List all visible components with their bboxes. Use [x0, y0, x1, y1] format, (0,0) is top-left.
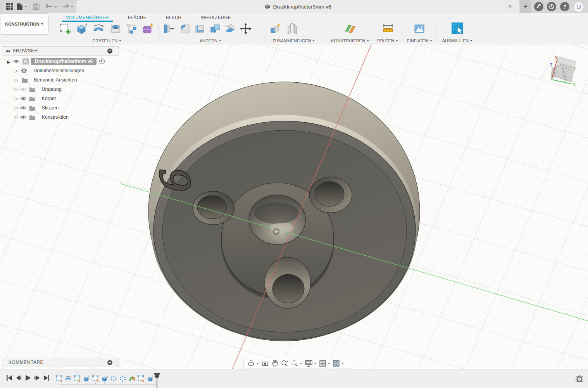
extrude-button[interactable] [75, 22, 88, 36]
panel-grip[interactable] [115, 49, 116, 53]
job-status-button[interactable] [547, 2, 556, 11]
visibility-eye-icon[interactable] [20, 106, 26, 110]
timeline-feature-circular-pattern[interactable] [110, 375, 117, 382]
step-forward-button[interactable] [33, 374, 41, 382]
look-at-button[interactable] [261, 360, 269, 367]
go-to-end-button[interactable] [43, 374, 50, 382]
visibility-eye-icon[interactable] [13, 59, 19, 64]
comments-panel-header[interactable]: KOMMENTARE [2, 358, 119, 367]
measure-button[interactable] [381, 22, 395, 36]
browser-row-ursprung[interactable]: ▷ Ursprung [15, 85, 64, 94]
group-label-pruefen[interactable]: PRüFEN [374, 38, 401, 43]
browser-item-label[interactable]: Benannte Ansichten [31, 76, 79, 83]
timeline-feature-fillet[interactable] [129, 375, 135, 382]
fillet-button[interactable] [178, 22, 191, 36]
tab-flaeche[interactable]: FLÄCHE [124, 14, 150, 21]
group-label-zusammenfuegen[interactable]: ZUSAMMENFüGEN [266, 38, 322, 43]
form-button[interactable] [141, 22, 154, 36]
new-tab-button[interactable]: + [520, 0, 531, 13]
collapse-panel-icon[interactable]: ◀◀ [5, 49, 9, 53]
group-label-einfuegen[interactable]: EINFüGEN [403, 38, 436, 43]
move-copy-button[interactable] [239, 22, 252, 36]
panel-add-icon[interactable] [107, 360, 112, 365]
orbit-button[interactable] [247, 359, 259, 367]
timeline-feature-extrude[interactable] [83, 375, 90, 382]
view-cube[interactable]: RECHTS UNTEN X Z Y [550, 56, 577, 87]
fit-button[interactable] [291, 360, 302, 367]
expand-arrow-icon[interactable]: ◣ [7, 59, 11, 64]
joint-button[interactable] [286, 22, 299, 36]
viewport-3d[interactable]: 9 RECHTS UNTEN X Z Y [0, 45, 588, 369]
combine-button[interactable] [209, 22, 222, 36]
timeline-feature-sketch[interactable] [56, 375, 62, 382]
display-settings-button[interactable] [305, 360, 317, 367]
revolve-button[interactable] [92, 22, 105, 36]
visibility-off-eye-icon[interactable] [20, 87, 26, 92]
browser-row-benannte-ansichten[interactable]: ▷ Benannte Ansichten [15, 76, 80, 84]
document-tab[interactable]: Druckknopfhalter9mm v6 × [76, 0, 519, 13]
timeline-feature-extrude[interactable] [101, 375, 108, 382]
insert-image-button[interactable] [413, 22, 426, 36]
group-label-aendern[interactable]: ÄNDERN [191, 38, 230, 43]
close-tab-button[interactable]: × [506, 0, 514, 13]
new-component-button[interactable] [269, 22, 282, 36]
shell-button[interactable] [193, 22, 206, 36]
collapse-arrow-icon[interactable]: ▷ [15, 68, 18, 73]
group-label-auswaehlen[interactable]: AUSWäHLEN [437, 38, 478, 43]
browser-row-koerper[interactable]: ▷ Körper [15, 94, 59, 103]
create-sketch-button[interactable] [59, 22, 72, 36]
app-launcher-button[interactable] [4, 0, 15, 13]
browser-item-label[interactable]: Dokumenteinstellungen [31, 67, 87, 74]
timeline-feature-circular-pattern[interactable] [119, 375, 126, 382]
timeline-feature-sketch[interactable] [92, 375, 99, 382]
select-button[interactable] [450, 22, 464, 36]
zoom-button[interactable]: ± [281, 360, 288, 367]
viewports-caret[interactable] [341, 363, 344, 364]
file-menu-button[interactable] [16, 0, 28, 13]
browser-row-skizzen[interactable]: ▷ Skizzen [15, 104, 61, 112]
browser-root-row[interactable]: ◣ Druckknopfhalter9mm v6 [7, 57, 105, 66]
panel-remove-icon[interactable] [107, 48, 112, 54]
play-button[interactable] [24, 374, 32, 382]
tab-volumenkoerper[interactable]: VOLUMENKÖRPER [62, 14, 113, 21]
grid-settings-caret[interactable] [328, 363, 330, 364]
browser-item-label[interactable]: Ursprung [39, 86, 64, 93]
orbit-caret[interactable] [257, 363, 259, 364]
browser-root-label[interactable]: Druckknopfhalter9mm v6 [31, 58, 96, 65]
redo-button[interactable] [60, 0, 74, 13]
collapse-arrow-icon[interactable]: ▷ [15, 115, 18, 120]
timeline-feature-sketch[interactable] [138, 375, 144, 382]
extensions-button[interactable] [534, 2, 543, 11]
fit-caret[interactable] [300, 363, 302, 364]
press-pull-button[interactable] [162, 22, 175, 36]
group-label-konstruieren[interactable]: KONSTRUIEREN [325, 38, 375, 43]
tab-blech[interactable]: BLECH [163, 14, 185, 21]
go-to-start-button[interactable] [5, 374, 13, 382]
group-label-erstellen[interactable]: ERSTELLEN [84, 38, 130, 43]
collapse-arrow-icon[interactable]: ▷ [15, 87, 18, 92]
model-druckknopfhalter[interactable]: 9 [148, 82, 420, 341]
pan-button[interactable] [271, 360, 278, 367]
visibility-eye-icon[interactable] [20, 96, 26, 101]
browser-panel-header[interactable]: ◀◀ BROWSER [2, 46, 119, 55]
browser-item-label[interactable]: Konstruktion [39, 114, 71, 121]
collapse-arrow-icon[interactable]: ▷ [15, 78, 18, 83]
collapse-arrow-icon[interactable]: ▷ [15, 96, 18, 101]
context-dropdown-konstruktion[interactable]: KONSTRUKTION [0, 13, 48, 35]
undo-button[interactable] [44, 0, 58, 13]
activate-component-radio[interactable] [99, 59, 105, 64]
preferences-gear-button[interactable] [575, 375, 583, 382]
step-back-button[interactable] [15, 374, 22, 382]
panel-grip[interactable] [115, 360, 116, 365]
save-button[interactable] [31, 0, 41, 13]
help-button[interactable]: ? [560, 2, 569, 11]
timeline-feature-sketch[interactable] [74, 375, 81, 382]
browser-row-konstruktion[interactable]: ▷ Konstruktion [15, 113, 71, 121]
user-avatar[interactable]: LJ [573, 2, 584, 12]
split-body-button[interactable] [223, 22, 236, 36]
visibility-eye-icon[interactable] [20, 115, 26, 120]
collapse-arrow-icon[interactable]: ▷ [15, 106, 18, 111]
display-settings-caret[interactable] [314, 363, 317, 364]
rib-button[interactable] [125, 22, 138, 36]
browser-item-label[interactable]: Skizzen [39, 104, 61, 111]
